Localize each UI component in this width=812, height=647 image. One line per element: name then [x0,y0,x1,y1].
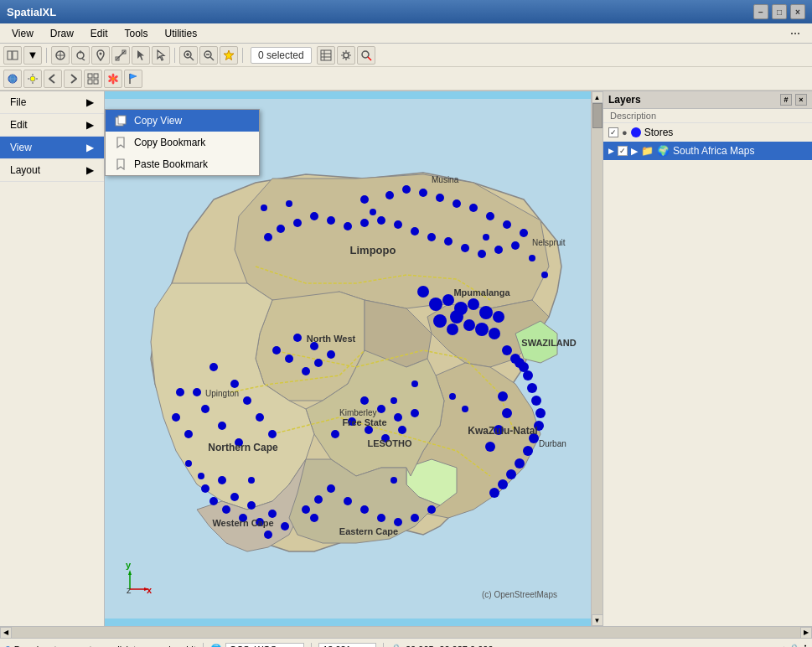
svg-point-53 [503,220,511,229]
copy-bookmark-label: Copy Bookmark [134,137,205,148]
sidebar-item-file[interactable]: File▶ [0,91,104,114]
sidebar-item-view[interactable]: View▶ [0,137,104,159]
tb-forward[interactable] [64,70,82,88]
tb-zoom-out[interactable] [199,46,218,65]
action-icon-3[interactable]: ℹ [804,644,807,647]
sidebar-item-layout[interactable]: Layout▶ [0,159,104,182]
svg-point-61 [411,227,419,236]
tb-edit-tool[interactable] [152,46,170,65]
scroll-down-arrow[interactable]: ▼ [592,614,603,626]
svg-point-132 [268,510,277,518]
tb-settings[interactable] [337,46,355,65]
svg-point-97 [510,354,520,364]
tb-cursor-tool[interactable] [132,46,150,65]
layers-pin-button[interactable]: # [780,94,792,106]
tb-flag[interactable] [124,70,142,88]
hscroll-track[interactable] [12,628,800,638]
dropdown-paste-bookmark[interactable]: Paste Bookmark [106,153,259,175]
svg-point-48 [419,189,427,197]
minimize-button[interactable]: − [753,4,768,19]
map-vertical-scrollbar[interactable]: ▲ ▼ [591,91,603,626]
svg-point-102 [485,442,495,452]
dropdown-copy-view[interactable]: Copy View [106,110,259,132]
status-sep-2 [311,643,312,648]
svg-text:KwaZulu-Natal: KwaZulu-Natal [468,425,537,437]
tb-flower[interactable] [104,70,122,88]
layout-arrow: ▶ [86,164,94,176]
scale-dropdown[interactable]: 13 931 ... ▼ [318,643,376,648]
tb-select-tool[interactable] [51,46,70,65]
dropdown-copy-bookmark[interactable]: Copy Bookmark [106,132,259,153]
svg-point-140 [411,514,419,522]
svg-rect-30 [88,74,92,78]
action-icon-2[interactable]: 🔒 [789,644,800,647]
menu-view[interactable]: View [3,26,42,41]
panel-toggle-button[interactable] [3,46,22,65]
svg-point-107 [398,426,406,434]
svg-text:Kimberley: Kimberley [339,408,376,417]
layer-item-stores[interactable]: ● Stores [603,123,812,142]
crs-dropdown[interactable]: GCS_WGS_... ▼ [225,643,304,648]
tb-settings2[interactable] [23,70,42,88]
svg-point-148 [314,359,323,367]
svg-text:Mpumalanga: Mpumalanga [453,287,510,298]
tb-point-tool[interactable] [71,46,90,65]
svg-point-104 [377,405,385,413]
sidebar-item-edit[interactable]: Edit▶ [0,114,104,137]
scroll-left-arrow[interactable]: ◀ [0,627,12,639]
scroll-right-arrow[interactable]: ▶ [800,627,812,639]
svg-point-93 [515,458,525,468]
tb-dropdown-btn[interactable]: ▼ [23,46,42,65]
svg-line-16 [210,57,214,60]
menu-draw[interactable]: Draw [42,26,82,41]
tb-star-tool[interactable] [220,46,238,65]
menu-tools[interactable]: Tools [116,26,157,41]
copy-bookmark-icon [114,136,127,149]
tb-line-tool[interactable] [111,46,130,65]
layer-item-south-africa-maps[interactable]: ▶ ▶ 📁 🌍 South Africa Maps [603,142,812,160]
layers-panel: Layers # × Description ● Stores ▶ ▶ 📁 🌍 … [603,91,812,626]
svg-point-79 [463,319,475,331]
svg-point-52 [486,212,494,220]
tb-marker-tool[interactable] [91,46,110,65]
tb-table-view[interactable] [317,46,335,65]
sa-maps-checkbox[interactable] [618,146,628,156]
status-scale: 13 931 ... ▼ [318,643,376,648]
stores-checkbox[interactable] [608,127,618,137]
svg-point-133 [281,522,289,531]
svg-point-134 [264,531,272,539]
status-bar: ? Drag box to zoom to, or click to zoom … [0,638,812,647]
svg-point-64 [360,219,369,227]
svg-point-130 [201,484,209,493]
sa-maps-expand2: ▶ [631,146,638,157]
svg-rect-33 [94,80,98,84]
action-icon-1[interactable]: ↩ [778,644,785,647]
tb-search[interactable] [357,46,375,65]
menu-edit[interactable]: Edit [82,26,116,41]
tb-sep-3 [242,48,243,63]
svg-point-59 [444,237,453,246]
tb-grid[interactable] [84,70,102,88]
close-button[interactable]: × [790,4,805,19]
tb-globe[interactable] [3,70,22,88]
tb-back[interactable] [44,70,62,88]
edit-arrow: ▶ [86,119,94,131]
layers-close-button[interactable]: × [795,94,807,106]
menu-collapse[interactable]: ⋯ [782,26,809,41]
svg-point-35 [112,73,115,77]
svg-point-23 [344,53,349,58]
svg-text:x: x [147,585,153,595]
scroll-track[interactable] [592,103,603,614]
scroll-thumb[interactable] [592,103,603,128]
svg-point-144 [310,514,318,522]
menu-utilities[interactable]: Utilities [157,26,206,41]
maximize-button[interactable]: □ [772,4,787,19]
svg-text:Western Cape: Western Cape [212,518,273,528]
svg-text:Limpopo: Limpopo [350,244,396,256]
scroll-up-arrow[interactable]: ▲ [592,91,603,103]
horizontal-scrollbar[interactable]: ◀ ▶ [0,626,812,638]
svg-point-155 [483,234,489,241]
status-sep-1 [203,643,204,648]
svg-point-138 [377,514,385,522]
tb-zoom-in[interactable] [179,46,198,65]
